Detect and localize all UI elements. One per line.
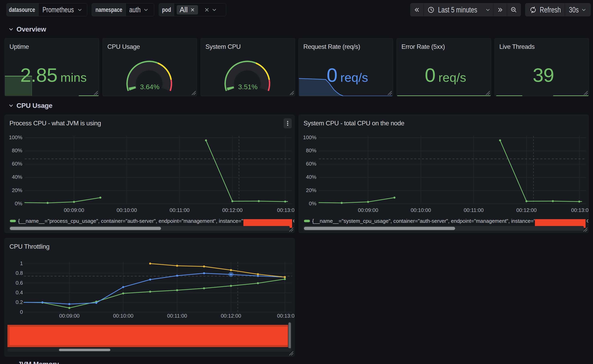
svg-text:60%: 60% bbox=[306, 161, 316, 167]
svg-text:0.2: 0.2 bbox=[16, 299, 23, 305]
svg-text:00:09:00: 00:09:00 bbox=[64, 207, 84, 213]
svg-text:00:12:00: 00:12:00 bbox=[222, 207, 242, 213]
svg-text:00:09:00: 00:09:00 bbox=[358, 207, 378, 213]
svg-text:00:12:00: 00:12:00 bbox=[221, 313, 241, 319]
svg-text:100%: 100% bbox=[9, 134, 22, 140]
svg-text:100%: 100% bbox=[303, 134, 316, 140]
svg-text:80%: 80% bbox=[12, 147, 22, 154]
svg-text:0: 0 bbox=[20, 309, 23, 315]
svg-text:00:10:00: 00:10:00 bbox=[113, 313, 133, 319]
svg-text:0.4: 0.4 bbox=[16, 289, 23, 295]
svg-text:00:11:00: 00:11:00 bbox=[167, 313, 187, 319]
svg-text:0.8: 0.8 bbox=[16, 270, 23, 276]
svg-text:00:13:0: 00:13:0 bbox=[277, 207, 295, 213]
svg-text:00:10:00: 00:10:00 bbox=[117, 207, 137, 213]
svg-text:00:11:00: 00:11:00 bbox=[464, 207, 484, 213]
svg-text:0%: 0% bbox=[309, 201, 316, 207]
svg-text:40%: 40% bbox=[12, 174, 22, 180]
svg-text:60%: 60% bbox=[12, 161, 22, 167]
svg-text:0%: 0% bbox=[15, 201, 22, 207]
svg-text:40%: 40% bbox=[306, 174, 316, 180]
svg-text:80%: 80% bbox=[306, 147, 316, 154]
svg-text:1: 1 bbox=[20, 260, 23, 266]
svg-text:0.6: 0.6 bbox=[16, 280, 23, 286]
svg-text:00:12:00: 00:12:00 bbox=[516, 207, 536, 213]
svg-text:00:11:00: 00:11:00 bbox=[170, 207, 190, 213]
svg-text:20%: 20% bbox=[306, 187, 316, 193]
svg-text:00:10:00: 00:10:00 bbox=[411, 207, 431, 213]
svg-text:00:13:0: 00:13:0 bbox=[277, 313, 295, 319]
svg-text:00:09:00: 00:09:00 bbox=[59, 313, 79, 319]
svg-text:20%: 20% bbox=[12, 187, 22, 193]
svg-text:00:13:0: 00:13:0 bbox=[571, 207, 589, 213]
